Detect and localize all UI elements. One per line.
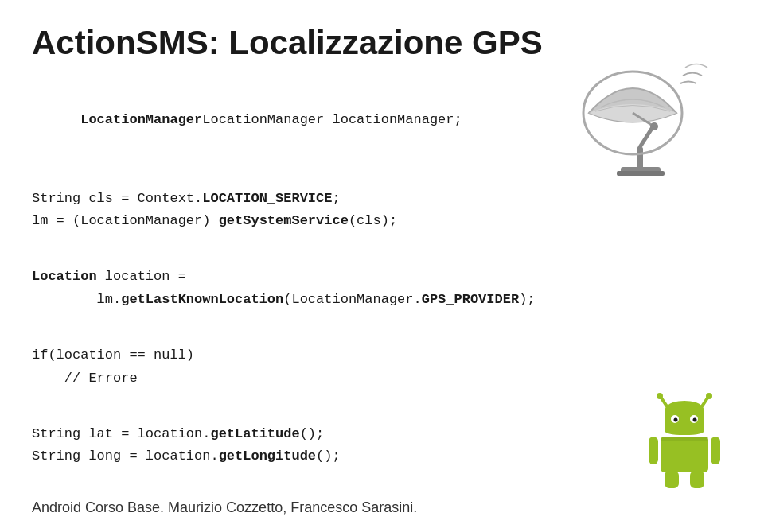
code-method-1: getSystemService xyxy=(219,213,349,228)
svg-point-10 xyxy=(706,393,712,399)
code-method-4: getLongitude xyxy=(219,449,316,464)
code-keyword-1: LocationManager xyxy=(80,112,202,127)
code-method-2: getLastKnownLocation xyxy=(121,292,283,307)
code-line-9: String long = location.getLongitude(); xyxy=(32,445,732,468)
code-line-blank-2 xyxy=(32,238,732,261)
code-line-7: // Errore xyxy=(32,367,732,390)
svg-rect-19 xyxy=(690,471,704,488)
svg-line-3 xyxy=(640,127,653,147)
svg-point-6 xyxy=(650,122,658,130)
svg-rect-2 xyxy=(617,171,665,176)
svg-rect-18 xyxy=(665,471,679,488)
svg-point-14 xyxy=(693,418,697,422)
svg-point-8 xyxy=(657,393,663,399)
code-keyword-2: Location xyxy=(32,269,97,284)
code-line-blank-3 xyxy=(32,316,732,340)
page-container: ActionSMS: Localizzazione GPS xyxy=(0,0,764,532)
code-line-2: String cls = Context.LOCATION_SERVICE; xyxy=(32,188,732,211)
footer-text: Android Corso Base. Maurizio Cozzetto, F… xyxy=(32,499,417,516)
code-line-8: String lat = location.getLatitude(); xyxy=(32,423,732,446)
code-line-6: if(location == null) xyxy=(32,344,732,367)
satellite-dish-icon xyxy=(573,56,716,183)
svg-point-13 xyxy=(674,418,678,422)
android-robot-icon xyxy=(637,389,732,492)
svg-rect-20 xyxy=(661,437,708,441)
code-constant-2: GPS_PROVIDER xyxy=(422,292,519,307)
code-line-4: Location location = xyxy=(32,266,732,289)
svg-rect-17 xyxy=(711,437,720,464)
code-line-3: lm = (LocationManager) getSystemService(… xyxy=(32,210,732,233)
code-constant-1: LOCATION_SERVICE xyxy=(202,191,332,206)
code-method-3: getLatitude xyxy=(210,426,299,441)
code-line-5: lm.getLastKnownLocation(LocationManager.… xyxy=(32,289,732,312)
code-line-blank-4 xyxy=(32,395,732,418)
svg-rect-16 xyxy=(649,437,658,464)
svg-rect-15 xyxy=(661,437,708,472)
